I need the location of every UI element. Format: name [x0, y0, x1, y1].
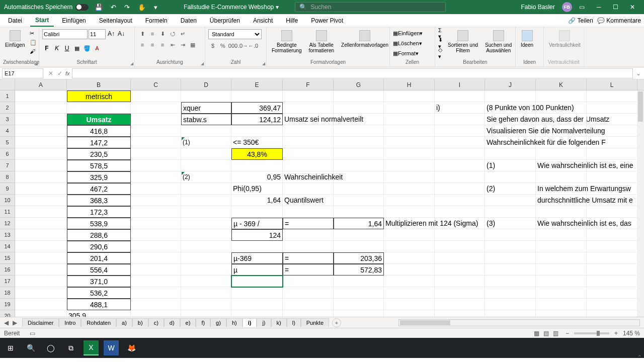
undo-icon[interactable]: ↶: [111, 4, 116, 11]
col-header-G[interactable]: G: [334, 79, 384, 90]
cell-L19[interactable]: [587, 299, 637, 310]
currency-icon[interactable]: $: [208, 41, 217, 50]
cell-F5[interactable]: [283, 137, 334, 148]
delete-cells[interactable]: ▦ Löschen ▾: [393, 39, 423, 47]
cell-F15[interactable]: =: [283, 252, 334, 264]
cell-G7[interactable]: [334, 160, 384, 171]
cell-E8[interactable]: 0,95: [231, 171, 283, 183]
name-box[interactable]: E17: [2, 68, 43, 78]
sheet-tab-l[interactable]: l): [287, 318, 301, 327]
cell-G17[interactable]: [334, 276, 384, 287]
cell-G13[interactable]: [334, 229, 384, 241]
indent-dec[interactable]: ⇤: [168, 40, 177, 49]
cell-K5[interactable]: [536, 137, 587, 148]
cell-B9[interactable]: 467,2: [67, 183, 131, 195]
cell-F7[interactable]: [283, 160, 334, 171]
cell-I14[interactable]: [435, 241, 485, 252]
cell-A14[interactable]: [15, 241, 67, 252]
start-button[interactable]: ⊞: [3, 340, 18, 355]
cell-J7[interactable]: (1): [485, 160, 536, 171]
tab-daten[interactable]: Daten: [176, 15, 202, 26]
cell-I20[interactable]: [435, 310, 485, 317]
cell-K9[interactable]: In welchem zum Erwartungsw: [536, 183, 587, 195]
cell-I5[interactable]: [435, 137, 485, 148]
autosave-toggle[interactable]: Automatisches Speichern: [4, 4, 89, 11]
cell-G14[interactable]: [334, 241, 384, 252]
cell-G2[interactable]: [334, 102, 384, 114]
sheet-tab-b[interactable]: b): [132, 318, 148, 327]
cell-G1[interactable]: [334, 90, 384, 102]
cell-K12[interactable]: Wie wahrscheinlich ist es, das: [536, 218, 587, 229]
cell-I19[interactable]: [435, 299, 485, 310]
cell-J11[interactable]: [485, 206, 536, 218]
cell-L11[interactable]: [587, 206, 637, 218]
cut-icon[interactable]: ✂: [30, 29, 37, 37]
cell-C12[interactable]: [131, 218, 181, 229]
maximize-button[interactable]: ☐: [608, 4, 623, 11]
cell-C5[interactable]: [131, 137, 181, 148]
border-button[interactable]: ▦: [72, 44, 82, 53]
cell-A7[interactable]: [15, 160, 67, 171]
cell-B19[interactable]: 488,1: [67, 299, 131, 310]
row-header-15[interactable]: 15: [0, 252, 15, 264]
cell-D5[interactable]: (1): [181, 137, 231, 148]
cell-G8[interactable]: [334, 171, 384, 183]
cell-K15[interactable]: [536, 252, 587, 264]
cell-I8[interactable]: [435, 171, 485, 183]
align-middle[interactable]: ≡: [148, 29, 157, 38]
sheet-tab-f[interactable]: f): [196, 318, 210, 327]
cell-D1[interactable]: [181, 90, 231, 102]
comments-button[interactable]: 💬 Kommentare: [597, 17, 641, 24]
cell-H20[interactable]: [384, 310, 435, 317]
cell-D7[interactable]: [181, 160, 231, 171]
cell-G20[interactable]: [334, 310, 384, 317]
number-format[interactable]: Standard: [208, 29, 262, 39]
col-header-H[interactable]: H: [384, 79, 435, 90]
cell-C3[interactable]: [131, 114, 181, 125]
font-size[interactable]: [89, 29, 106, 39]
col-header-D[interactable]: D: [181, 79, 231, 90]
cell-K16[interactable]: [536, 264, 587, 276]
cell-G3[interactable]: [334, 114, 384, 125]
cell-E18[interactable]: [231, 287, 283, 299]
sheet-tab-j[interactable]: j): [257, 318, 271, 327]
cell-C8[interactable]: [131, 171, 181, 183]
tab-datei[interactable]: Datei: [3, 15, 27, 26]
cell-F2[interactable]: [283, 102, 334, 114]
row-header-10[interactable]: 10: [0, 195, 15, 206]
page-layout-icon[interactable]: ▤: [541, 330, 551, 337]
font-name[interactable]: [42, 29, 88, 39]
taskbar-firefox-icon[interactable]: 🦊: [124, 340, 139, 355]
cell-I15[interactable]: [435, 252, 485, 264]
cell-K13[interactable]: [536, 229, 587, 241]
cell-E6[interactable]: 43,8%: [231, 148, 283, 160]
cell-J4[interactable]: Visualisieren Sie die Normalverteilung: [485, 125, 536, 137]
cell-D6[interactable]: [181, 148, 231, 160]
enter-formula-icon[interactable]: ✓: [57, 70, 62, 77]
cell-G4[interactable]: [334, 125, 384, 137]
cell-A16[interactable]: [15, 264, 67, 276]
cell-I6[interactable]: [435, 148, 485, 160]
tab-start[interactable]: Start: [30, 15, 54, 27]
row-header-13[interactable]: 13: [0, 229, 15, 241]
cell-E17[interactable]: [231, 276, 283, 287]
cell-C10[interactable]: [131, 195, 181, 206]
cell-H5[interactable]: [384, 137, 435, 148]
cell-L18[interactable]: [587, 287, 637, 299]
cell-B3[interactable]: Umsatz: [67, 114, 131, 125]
cell-J8[interactable]: [485, 171, 536, 183]
fx-icon[interactable]: fx: [65, 70, 70, 76]
cell-K11[interactable]: [536, 206, 587, 218]
align-right[interactable]: ≡: [158, 40, 167, 49]
cell-J10[interactable]: [485, 195, 536, 206]
align-top[interactable]: ⬆: [138, 29, 147, 38]
italic-button[interactable]: K: [52, 44, 61, 53]
cell-K2[interactable]: [536, 102, 587, 114]
ribbon-mode-icon[interactable]: ▭: [579, 4, 585, 11]
cell-K8[interactable]: [536, 171, 587, 183]
cell-C9[interactable]: [131, 183, 181, 195]
cell-A11[interactable]: [15, 206, 67, 218]
cell-J15[interactable]: [485, 252, 536, 264]
cell-D4[interactable]: [181, 125, 231, 137]
cell-C14[interactable]: [131, 241, 181, 252]
